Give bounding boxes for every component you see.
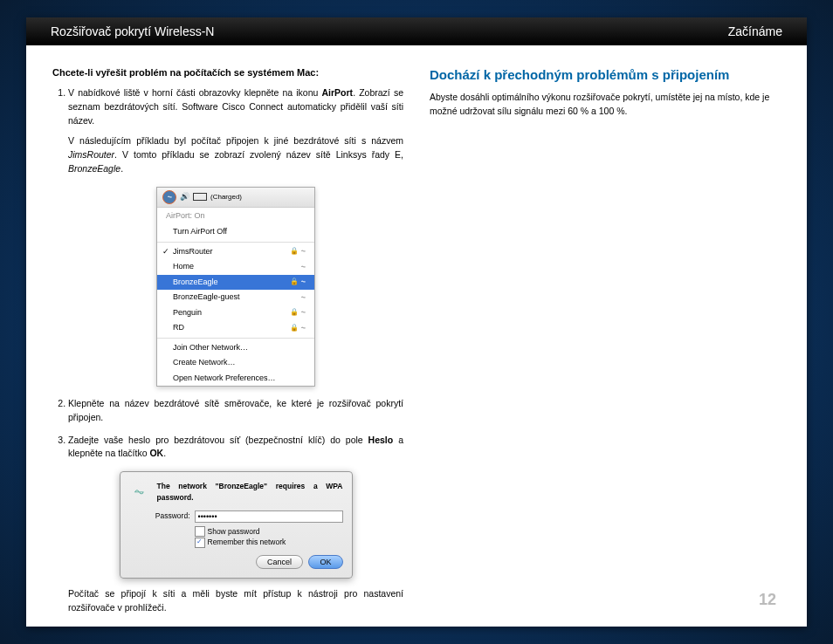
network-bronzeeagle-guest[interactable]: BronzeEagle-guest ⏦: [157, 290, 314, 305]
document-page: Rozšiřovač pokrytí Wireless-N Začínáme C…: [26, 17, 807, 627]
network-penguin[interactable]: Penguin 🔒⏦: [157, 305, 314, 321]
lock-icon: 🔒: [290, 277, 299, 287]
lock-icon: 🔒: [290, 323, 299, 333]
step-2: Klepněte na název bezdrátové sítě směrov…: [68, 397, 403, 425]
page-content: Chcete-li vyřešit problém na počítačích …: [26, 45, 807, 644]
show-password-checkbox[interactable]: [195, 526, 205, 537]
open-network-prefs[interactable]: Open Network Preferences…: [157, 371, 314, 387]
header-left: Rozšiřovač pokrytí Wireless-N: [51, 24, 214, 38]
right-para: Abyste dosáhli optimálního výkonu rozšiř…: [430, 91, 781, 119]
airport-status: AirPort: On: [157, 208, 314, 225]
join-other-network[interactable]: Join Other Network…: [157, 340, 314, 356]
wifi-icon-large: ⏦: [129, 481, 150, 502]
password-input[interactable]: [195, 510, 343, 523]
network-rd[interactable]: RD 🔒⏦: [157, 320, 314, 336]
dialog-message: The network "BronzeEagle" requires a WPA…: [157, 481, 343, 504]
network-jimsrouter[interactable]: ✓JimsRouter 🔒⏦: [157, 244, 314, 260]
lock-icon: 🔒: [290, 246, 299, 257]
wifi-icon: ⏦: [301, 246, 306, 257]
header-right: Začínáme: [728, 24, 782, 38]
page-number: 12: [759, 591, 776, 609]
lock-icon: 🔒: [290, 307, 299, 318]
ok-button[interactable]: OK: [308, 555, 342, 569]
page-header: Rozšiřovač pokrytí Wireless-N Začínáme: [26, 17, 807, 45]
airport-menu: ⏦ 🔊 (Charged) AirPort: On Turn AirPort O…: [156, 187, 315, 387]
left-column: Chcete-li vyřešit problém na počítačích …: [52, 67, 403, 624]
sound-icon: 🔊: [180, 191, 189, 203]
wifi-icon: ⏦: [301, 292, 306, 303]
network-bronzeeagle[interactable]: BronzeEagle 🔒⏦: [157, 275, 314, 291]
right-title: Dochází k přechodným problémům s připoje…: [430, 67, 781, 82]
network-home[interactable]: Home ⏦: [157, 259, 314, 275]
section-title: Chcete-li vyřešit problém na počítačích …: [52, 67, 403, 78]
password-label: Password:: [154, 510, 190, 522]
wifi-icon: ⏦: [301, 323, 306, 333]
wifi-icon: ⏦: [301, 262, 306, 272]
step-3: Zadejte vaše heslo pro bezdrátovou síť (…: [68, 434, 403, 615]
wifi-icon: ⏦: [301, 307, 306, 318]
airport-menu-header: ⏦ 🔊 (Charged): [157, 188, 314, 208]
remember-network-row[interactable]: ✓ Remember this network: [195, 537, 343, 548]
right-column: Dochází k přechodným problémům s připoje…: [430, 67, 781, 624]
password-dialog: ⏦ The network "BronzeEagle" requires a W…: [120, 471, 353, 579]
wifi-icon: ⏦: [301, 277, 306, 287]
step-1: V nabídkové liště v horní části obrazovk…: [68, 86, 403, 387]
remember-checkbox[interactable]: ✓: [195, 538, 205, 548]
cancel-button[interactable]: Cancel: [256, 555, 303, 569]
step1-para: V následujícím příkladu byl počítač přip…: [68, 134, 403, 175]
show-password-row[interactable]: Show password: [195, 526, 343, 538]
battery-icon: [193, 193, 207, 201]
turn-airport-off[interactable]: Turn AirPort Off: [157, 224, 314, 240]
airport-icon: ⏦: [162, 190, 176, 204]
create-network[interactable]: Create Network…: [157, 355, 314, 371]
final-para: Počítač se připojí k síti a měli byste m…: [68, 587, 403, 615]
